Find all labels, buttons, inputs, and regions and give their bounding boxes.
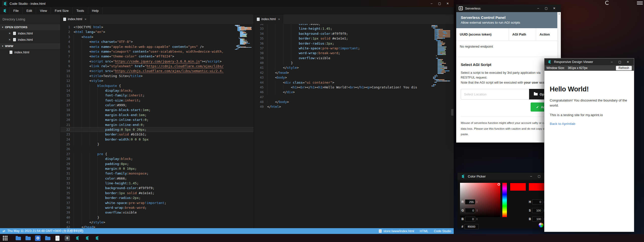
status-file-path: store:/www/index.html [383,229,414,233]
taskbar-icon-app-launcher[interactable] [3,236,8,240]
code-editor[interactable]: 1<!DOCTYPE html>2<html lang="en">3<head>… [60,24,254,228]
indent-guide [89,200,97,205]
rgb-r-field: R▲▼ [462,199,478,204]
close-icon[interactable]: ✕ [84,18,86,21]
menu-item-tools[interactable]: Tools [73,7,88,14]
hsb-h-field-input[interactable] [532,199,542,204]
scroll-up-icon[interactable]: ▲ [558,13,560,15]
taskbar-icon-file-manager[interactable] [15,235,21,241]
sidebar-item-index.html[interactable]: ✕index.html [0,37,60,43]
indent-guide [275,80,283,85]
taskbar-icon-file-manager[interactable] [45,235,50,241]
code-editor[interactable]: 32color:#666;33line-height:1.45;34backgr… [254,24,454,228]
indent-guide [97,137,105,142]
sidebar-section-www[interactable]: ▾WWW [0,43,60,49]
indent-guide [97,156,105,161]
indent-guide [275,60,283,65]
taskbar-icon-media-app[interactable] [35,235,41,241]
close-icon[interactable]: ✕ [9,38,11,41]
line-content: border:solid #b1b1b1; [74,132,254,137]
minimize-icon[interactable]: – [527,174,535,179]
indent-guide [97,195,105,200]
hsb-b-field-input[interactable] [532,217,542,222]
menu-item-font-size[interactable]: Font Size [51,7,73,14]
scrollbar-thumb[interactable] [451,109,453,116]
line-content: <meta charset="UTF-8"> [74,39,254,44]
stepper-icon[interactable]: ▲▼ [476,201,478,203]
sidebar-item-label: index.html [18,31,33,35]
sidebar-section-open-editors[interactable]: ▾OPEN EDITORS [0,24,60,30]
indent-guide [74,83,81,88]
serverless-warning: Misuse of serverless function might affe… [461,117,553,137]
tab-index.html[interactable]: index.html✕ [60,14,89,24]
back-to-aprintlab-link[interactable]: Back to Aprintlab [550,122,629,126]
indent-guide [283,41,291,46]
window-size-value: 361px x 627px [568,66,588,70]
code-line: 42</head> [60,225,254,228]
code-line: 41</style> [60,220,254,225]
taskbar-icon-serverless-app[interactable]: 0 [65,235,70,241]
code-line: 26 [60,147,254,151]
taskbar-icon-file-manager[interactable] [25,235,31,241]
taskbar-icon-code-studio[interactable] [74,235,80,241]
taskbar-icon-code-studio[interactable] [84,235,90,241]
stepper-down-icon[interactable]: ▼ [476,219,478,220]
taskbar-icon-text-document[interactable] [55,235,60,241]
stepper-icon[interactable]: ▲▼ [476,209,478,212]
taskbar-icon-code-studio[interactable] [94,235,100,241]
minimize-icon[interactable]: – [534,6,542,11]
hex-input[interactable] [465,224,479,229]
sidebar-item-index.html[interactable]: ✕index.html [0,30,60,37]
stepper-down-icon[interactable]: ▼ [476,211,478,212]
line-content: margin-block-start:1em; [74,108,254,112]
rgb-g-field-input[interactable] [465,208,475,213]
line-number: 3 [60,34,74,39]
indent-guide [74,117,81,122]
menu-item-help[interactable]: Help [88,7,103,14]
close-icon[interactable]: ✕ [550,6,558,11]
chevron-down-icon: ▾ [2,45,3,47]
close-icon[interactable]: ✕ [9,32,11,35]
menu-item-file[interactable]: File [10,7,23,14]
responsive-viewer-titlebar: Responsive Design Viewer – ▢ ✕ [544,58,634,65]
indent-guide [81,186,89,190]
minimize-icon[interactable]: – [427,1,436,6]
close-icon[interactable]: ✕ [624,59,632,64]
scrollbar[interactable] [451,24,454,228]
stepper-down-icon[interactable]: ▼ [476,202,478,203]
indent-guide [97,108,105,112]
hsb-s-field-input[interactable] [532,208,542,213]
minimize-icon[interactable]: – [608,59,616,64]
menu-item-view[interactable]: View [36,7,51,14]
tab-index.html[interactable]: index.html✕ [254,14,283,24]
rgb-b-field-input[interactable] [465,217,475,222]
color-wheel-icon[interactable] [539,223,543,227]
line-content: margin-block-end:1em; [74,113,254,117]
script-location-input[interactable] [461,89,529,99]
line-content: word-wrap:break-word; [267,51,454,55]
line-content: display:block; [74,88,254,93]
indent-guide [81,108,89,112]
loading-spinner-icon[interactable] [605,1,609,5]
code-line: 33line-height:1.45; [60,181,254,186]
picker-cursor[interactable] [498,183,500,186]
maximize-icon[interactable]: ▢ [542,6,550,11]
sidebar-item-index.html[interactable]: index.html [0,49,60,55]
line-number: 8 [60,59,74,64]
stepper-icon[interactable]: ▲▼ [476,218,478,220]
minimap[interactable] [432,25,450,87]
maximize-icon[interactable]: ▢ [436,1,444,6]
menu-icon[interactable] [637,2,643,5]
file-icon [379,229,382,233]
line-number: 30 [60,166,74,171]
rgb-r-field-input[interactable] [465,199,475,204]
menu-item-edit[interactable]: Edit [23,7,36,14]
close-icon[interactable]: ✕ [278,18,280,21]
maximize-icon[interactable]: ▢ [616,59,624,64]
refresh-button[interactable]: Refresh [616,66,632,71]
close-icon[interactable]: ✕ [444,1,452,6]
indent-guide [89,117,97,122]
maximize-icon[interactable]: ▢ [535,174,543,179]
hue-slider[interactable] [502,183,507,217]
minimap[interactable] [235,25,252,50]
